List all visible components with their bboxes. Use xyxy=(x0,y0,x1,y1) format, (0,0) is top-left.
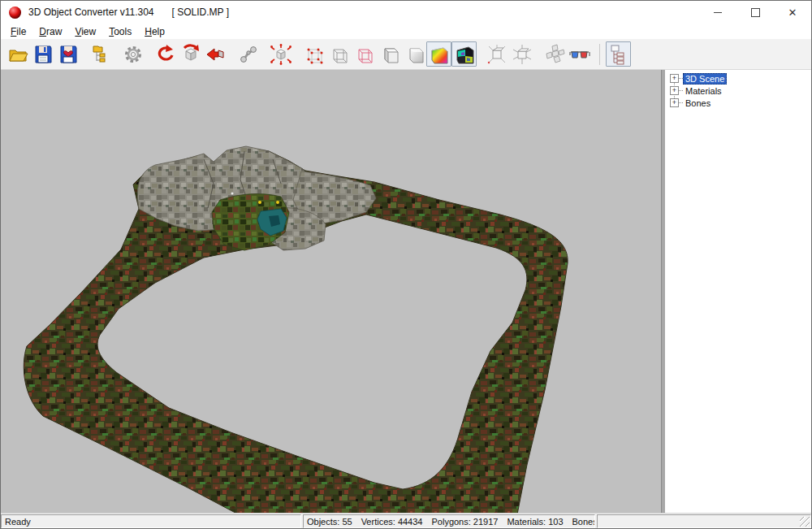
save-icon xyxy=(32,44,54,65)
smooth-shaded-view-button[interactable] xyxy=(401,41,426,67)
explode-view-button[interactable] xyxy=(268,41,293,67)
expand-plus-icon[interactable]: + xyxy=(670,98,679,107)
anaglyph-glasses-button[interactable] xyxy=(567,41,592,67)
minimize-button[interactable] xyxy=(699,1,736,24)
axes-view-button[interactable] xyxy=(509,41,534,67)
status-fill-cell xyxy=(597,514,811,528)
wireframe-view-icon xyxy=(328,44,349,65)
rotate-left-icon xyxy=(155,44,176,65)
minimize-icon xyxy=(714,12,722,13)
tree-item-3d-scene: +3D Scene xyxy=(665,72,811,85)
menu-item-help[interactable]: Help xyxy=(138,25,171,38)
3d-viewport[interactable] xyxy=(1,70,661,513)
menu-item-file[interactable]: File xyxy=(4,25,32,38)
vertex-view-button[interactable] xyxy=(300,41,326,67)
hidden-line-view-button[interactable] xyxy=(351,41,376,67)
normals-view-button[interactable] xyxy=(484,41,509,67)
marker-dot xyxy=(258,201,261,204)
scene-tree: +3D Scene+Materials+Bones xyxy=(665,72,811,109)
rotate-object-icon xyxy=(180,44,201,65)
hidden-line-view-icon xyxy=(353,44,374,65)
explode-view-icon xyxy=(270,44,292,65)
vertex-view-icon xyxy=(303,44,324,65)
document-name: [ SOLID.MP ] xyxy=(172,7,229,18)
status-ready-cell: Ready xyxy=(1,514,301,528)
save-favorite-button[interactable] xyxy=(55,41,80,67)
tree-label[interactable]: 3D Scene xyxy=(683,73,727,85)
app-window: 3D Object Converter v11.304 [ SOLID.MP ]… xyxy=(0,0,812,529)
flat-shaded-view-button[interactable] xyxy=(376,41,401,67)
stat-vertices: Vertices: 44434 xyxy=(361,517,423,527)
colored-view-icon xyxy=(429,44,450,65)
mirror-object-icon xyxy=(205,44,227,65)
save-favorite-icon xyxy=(58,44,79,65)
scene-tree-panel: +3D Scene+Materials+Bones xyxy=(665,70,811,513)
window-title: 3D Object Converter v11.304 xyxy=(28,7,154,18)
main-content: +3D Scene+Materials+Bones xyxy=(1,70,811,513)
colored-view-button[interactable] xyxy=(426,41,451,67)
batch-convert-icon xyxy=(90,44,111,65)
flat-shaded-view-icon xyxy=(378,44,400,65)
toolbar-separator xyxy=(599,44,600,65)
open-folder-button[interactable] xyxy=(5,41,30,67)
app-logo-icon xyxy=(9,7,21,19)
tree-item-materials: +Materials xyxy=(665,85,811,97)
toolbar xyxy=(1,39,811,70)
save-button[interactable] xyxy=(30,41,55,67)
bones-icon xyxy=(238,44,259,65)
settings-gear-icon xyxy=(123,44,144,65)
expand-plus-icon[interactable]: + xyxy=(670,86,679,95)
menu-item-draw[interactable]: Draw xyxy=(32,25,68,38)
scene-tree-toggle-button[interactable] xyxy=(606,41,631,67)
tree-label[interactable]: Bones xyxy=(683,98,713,108)
axes-view-icon xyxy=(512,44,533,65)
bones-button[interactable] xyxy=(235,41,261,67)
marker-dot xyxy=(276,201,279,204)
mirror-object-button[interactable] xyxy=(203,41,228,67)
tree-item-bones: +Bones xyxy=(665,97,811,109)
textured-view-icon xyxy=(454,44,475,65)
smooth-shaded-view-icon xyxy=(404,44,425,65)
status-stats-cell: Objects: 55Vertices: 44434Polygons: 2191… xyxy=(303,514,595,528)
resize-grip[interactable] xyxy=(800,517,810,527)
status-ready-text: Ready xyxy=(5,517,31,527)
close-icon: ✕ xyxy=(788,7,797,18)
unfold-uv-button[interactable] xyxy=(542,41,567,67)
menu-item-tools[interactable]: Tools xyxy=(102,25,138,38)
open-folder-icon xyxy=(7,44,28,65)
batch-convert-button[interactable] xyxy=(88,41,113,67)
anaglyph-glasses-icon xyxy=(569,44,590,65)
menu-item-view[interactable]: View xyxy=(68,25,102,38)
menu-bar: FileDrawViewToolsHelp xyxy=(1,24,811,39)
expand-plus-icon[interactable]: + xyxy=(670,74,679,83)
wireframe-view-button[interactable] xyxy=(326,41,351,67)
stat-polygons: Polygons: 21917 xyxy=(431,517,498,527)
stat-bones: Bones: 1 xyxy=(572,517,595,527)
rotate-left-button[interactable] xyxy=(153,41,178,67)
3d-scene-canvas xyxy=(1,70,661,513)
maximize-icon xyxy=(751,8,760,17)
close-button[interactable]: ✕ xyxy=(774,1,811,24)
textured-view-button[interactable] xyxy=(451,41,477,67)
unfold-uv-icon xyxy=(544,44,565,65)
stat-objects: Objects: 55 xyxy=(307,517,352,527)
rotate-object-button[interactable] xyxy=(178,41,203,67)
tree-label[interactable]: Materials xyxy=(683,86,724,96)
status-bar: Ready Objects: 55Vertices: 44434Polygons… xyxy=(1,513,811,528)
scene-tree-toggle-icon xyxy=(608,44,629,65)
stat-materials: Materials: 103 xyxy=(507,517,563,527)
marker-dot xyxy=(231,193,234,195)
window-controls: ✕ xyxy=(699,1,811,24)
title-bar: 3D Object Converter v11.304 [ SOLID.MP ]… xyxy=(1,1,811,24)
normals-view-icon xyxy=(486,44,508,65)
maximize-button[interactable] xyxy=(736,1,774,24)
settings-button[interactable] xyxy=(120,41,145,67)
